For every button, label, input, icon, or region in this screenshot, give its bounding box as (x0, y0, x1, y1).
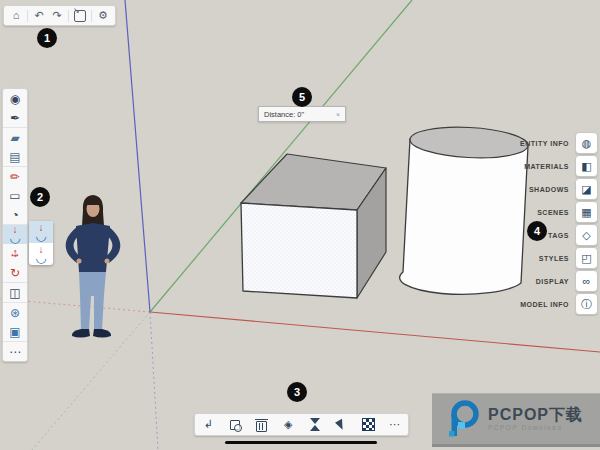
circle-icon: ◔ (11, 209, 18, 221)
orbit-button[interactable]: ⊛ (3, 303, 27, 322)
materials-button[interactable]: ◧ (575, 155, 598, 177)
close-icon[interactable]: × (336, 111, 340, 118)
delete-button[interactable] (252, 416, 272, 434)
display-button[interactable]: ∞ (575, 270, 598, 292)
entity-info-button[interactable]: ◍ (575, 132, 598, 154)
annotation-badge-3: 3 (287, 382, 307, 402)
weld-icon: ↲ (204, 419, 213, 430)
tape-measure-button[interactable]: ◫ (3, 283, 27, 303)
entity-info-row: ENTITY INFO◍ (520, 133, 598, 153)
rotate-icon: ↻ (10, 267, 20, 279)
more-tools-icon: ⋯ (9, 346, 21, 358)
texture-button[interactable] (358, 416, 378, 434)
hourglass-icon (310, 418, 320, 431)
shadows-button[interactable]: ◪ (575, 178, 598, 200)
left-toolbar: ◉✒▰▤✏▭◔↻◫⊛▣⋯ (2, 88, 28, 362)
toolbar-divider (91, 10, 92, 22)
undo-icon: ↶ (34, 10, 43, 21)
home-icon: ⌂ (13, 10, 20, 21)
materials-icon: ◧ (581, 161, 591, 172)
move-button[interactable] (3, 244, 27, 263)
lasso-icon: ✒ (10, 112, 20, 124)
push-pull-button[interactable] (3, 225, 27, 244)
home-button[interactable]: ⌂ (7, 7, 25, 24)
watermark-subtitle: PCPOP Download (488, 424, 583, 431)
pencil-button[interactable]: ✏ (3, 167, 27, 186)
more-actions-button[interactable]: ⋯ (385, 416, 405, 434)
rectangle-icon: ▭ (9, 190, 20, 202)
bottom-context-toolbar: ↲◈⋯ (194, 413, 409, 436)
push-pull-add-icon (34, 226, 48, 239)
weld-button[interactable]: ↲ (198, 416, 218, 434)
paint-tag-button[interactable]: ◈ (278, 416, 298, 434)
model-info-label: MODEL INFO (520, 301, 569, 308)
pcpop-watermark: PCPOP下载 PCPOP Download (432, 393, 600, 447)
cylinder-object[interactable] (400, 124, 529, 294)
scenes-button[interactable]: ▦ (575, 201, 598, 223)
texture-icon (362, 418, 375, 431)
sketchup-canvas[interactable]: ⌂↶↷⚙ ◉✒▰▤✏▭◔↻◫⊛▣⋯ ENTITY INFO◍MATERIALS◧… (0, 0, 600, 450)
model-info-button[interactable]: ⓘ (575, 293, 598, 315)
paint-icon: ▤ (9, 151, 20, 163)
more-tools-button[interactable]: ⋯ (3, 342, 27, 361)
tags-label: TAGS (548, 232, 569, 239)
settings-icon: ⚙ (98, 10, 108, 21)
circle-button[interactable]: ◔ (3, 205, 27, 225)
orbit-icon: ⊛ (10, 307, 20, 319)
pan-button[interactable]: ▣ (3, 322, 27, 342)
push-pull-icon (8, 228, 22, 241)
axis-red (150, 312, 600, 352)
display-label: DISPLAY (536, 278, 569, 285)
pencil-icon: ✏ (10, 171, 20, 183)
scale-figure-person[interactable] (66, 195, 121, 338)
delete-icon (256, 421, 267, 432)
push-pull-add-button[interactable] (29, 221, 53, 243)
tape-measure-icon: ◫ (9, 287, 20, 299)
copy-button[interactable] (225, 416, 245, 434)
watermark-title: PCPOP下载 (488, 407, 583, 424)
cursor-button[interactable] (331, 416, 351, 434)
home-indicator-bar (225, 441, 377, 444)
rotate-button[interactable]: ↻ (3, 263, 27, 283)
redo-button[interactable]: ↷ (48, 7, 66, 24)
lasso-button[interactable]: ✒ (3, 108, 27, 128)
axis-blue-dashed (150, 312, 158, 450)
tags-icon: ◇ (582, 230, 590, 241)
styles-row: STYLES◰ (520, 248, 598, 268)
copy-icon (230, 420, 240, 430)
measurement-box[interactable]: Distance: 0" × (258, 106, 346, 122)
eraser-button[interactable]: ▰ (3, 128, 27, 147)
pan-icon: ▣ (9, 326, 20, 338)
rectangle-button[interactable]: ▭ (3, 186, 27, 205)
scenes-icon: ▦ (581, 207, 591, 218)
model-info-icon: ⓘ (581, 299, 592, 310)
scenes-row: SCENES▦ (520, 202, 598, 222)
export-button[interactable] (71, 7, 89, 24)
entity-info-icon: ◍ (582, 138, 592, 149)
undo-button[interactable]: ↶ (30, 7, 48, 24)
toolbar-divider (27, 10, 28, 22)
annotation-badge-2: 2 (30, 187, 50, 207)
redo-icon: ↷ (52, 10, 61, 21)
more-actions-icon: ⋯ (389, 419, 400, 430)
select-button[interactable]: ◉ (3, 89, 27, 108)
axis-blue (125, 0, 150, 312)
shadows-row: SHADOWS◪ (520, 179, 598, 199)
hourglass-button[interactable] (305, 416, 325, 434)
styles-button[interactable]: ◰ (575, 247, 598, 269)
materials-label: MATERIALS (524, 163, 569, 170)
shadows-label: SHADOWS (529, 186, 569, 193)
eraser-icon: ▰ (10, 132, 19, 144)
push-pull-subtract-icon (34, 248, 48, 261)
measurement-label: Distance: 0" (264, 110, 304, 119)
move-icon (9, 247, 22, 260)
paint-button[interactable]: ▤ (3, 147, 27, 167)
shadows-icon: ◪ (581, 184, 591, 195)
tags-button[interactable]: ◇ (575, 224, 598, 246)
annotation-badge-1: 1 (37, 28, 57, 48)
export-icon (74, 10, 86, 22)
box-object[interactable] (241, 154, 386, 298)
push-pull-subtract-button[interactable] (29, 243, 53, 265)
settings-button[interactable]: ⚙ (94, 7, 112, 24)
annotation-badge-4: 4 (527, 221, 547, 241)
